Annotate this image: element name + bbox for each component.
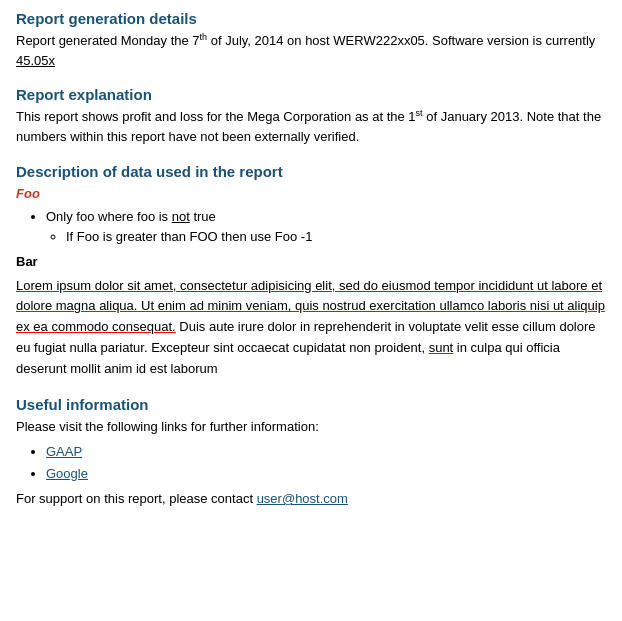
report-generation-section: Report generation details Report generat… xyxy=(16,10,606,70)
report-generation-text: Report generated Monday the 7th of July,… xyxy=(16,31,606,70)
report-generation-heading: Report generation details xyxy=(16,10,606,27)
report-explanation-heading: Report explanation xyxy=(16,86,606,103)
useful-info-section: Useful information Please visit the foll… xyxy=(16,396,606,509)
support-prefix: For support on this report, please conta… xyxy=(16,491,253,506)
report-explanation-text: This report shows profit and loss for th… xyxy=(16,107,606,146)
useful-links-list: GAAP Google xyxy=(46,442,606,483)
google-link[interactable]: Google xyxy=(46,466,88,481)
report-gen-text-after-sup: of July, 2014 on host WERW222xx05. Softw… xyxy=(207,33,595,48)
lorem-underline-text: Lorem ipsum dolor sit amet, consectetur … xyxy=(16,278,605,335)
foo-sub-bullet-text: If Foo is greater than FOO then use Foo … xyxy=(66,229,312,244)
useful-info-heading: Useful information xyxy=(16,396,606,413)
report-gen-sup: th xyxy=(200,32,208,42)
lorem-text: Lorem ipsum dolor sit amet, consectetur … xyxy=(16,276,606,380)
foo-bullet-text: Only foo where foo is not true xyxy=(46,209,216,224)
foo-bullet-item: Only foo where foo is not true If Foo is… xyxy=(46,207,606,246)
description-heading: Description of data used in the report xyxy=(16,163,606,180)
useful-info-intro: Please visit the following links for fur… xyxy=(16,417,606,437)
list-item-google: Google xyxy=(46,464,606,484)
gaap-link[interactable]: GAAP xyxy=(46,444,82,459)
list-item-gaap: GAAP xyxy=(46,442,606,462)
support-email-link[interactable]: user@host.com xyxy=(257,491,348,506)
foo-sub-list: If Foo is greater than FOO then use Foo … xyxy=(66,227,606,247)
support-text: For support on this report, please conta… xyxy=(16,489,606,509)
report-exp-sup: st xyxy=(416,108,423,118)
description-section: Description of data used in the report F… xyxy=(16,163,606,380)
lorem-sunt: sunt xyxy=(429,340,454,355)
foo-sub-bullet-item: If Foo is greater than FOO then use Foo … xyxy=(66,227,606,247)
report-gen-version: 45.05x xyxy=(16,53,55,68)
foo-label: Foo xyxy=(16,184,606,204)
bar-label: Bar xyxy=(16,252,606,272)
report-exp-text-before-sup: This report shows profit and loss for th… xyxy=(16,110,416,125)
foo-list: Only foo where foo is not true If Foo is… xyxy=(46,207,606,246)
report-gen-text-before-sup: Report generated Monday the 7 xyxy=(16,33,200,48)
report-explanation-section: Report explanation This report shows pro… xyxy=(16,86,606,146)
